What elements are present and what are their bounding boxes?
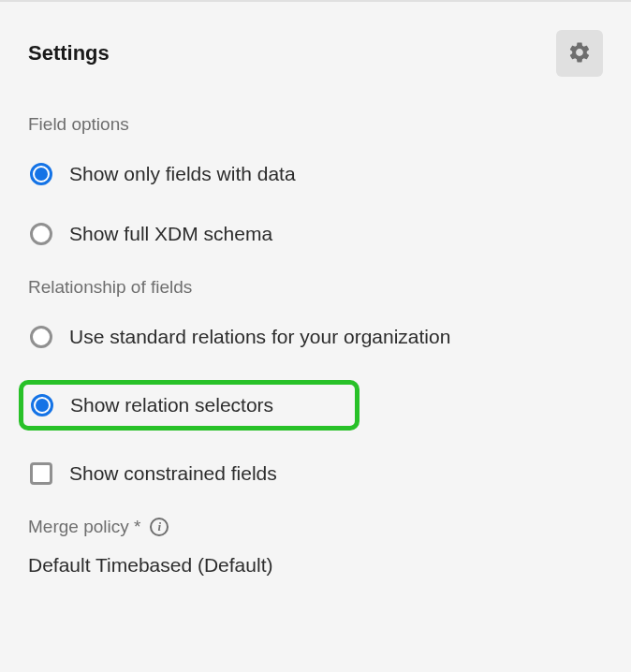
radio-show-full-xdm-schema[interactable]: Show full XDM schema (28, 217, 603, 251)
radio-label: Show only fields with data (69, 163, 296, 185)
merge-policy-value[interactable]: Default Timebased (Default) (28, 554, 603, 577)
settings-panel: Settings Field options Show only fields … (0, 0, 631, 620)
radio-label: Show relation selectors (70, 394, 273, 416)
field-options-section: Field options Show only fields with data… (28, 114, 603, 251)
radio-icon (31, 394, 53, 416)
constrained-section: Show constrained fields (28, 457, 603, 490)
merge-policy-section: Merge policy * i Default Timebased (Defa… (28, 517, 603, 577)
checkbox-show-constrained-fields[interactable]: Show constrained fields (28, 457, 603, 490)
merge-policy-label-row: Merge policy * i (28, 517, 603, 537)
field-options-label: Field options (28, 114, 603, 135)
settings-button[interactable] (556, 30, 603, 77)
radio-icon (30, 223, 52, 245)
radio-use-standard-relations[interactable]: Use standard relations for your organiza… (28, 320, 603, 354)
radio-icon (30, 163, 52, 185)
info-icon[interactable]: i (150, 518, 169, 536)
checkbox-icon (30, 462, 52, 485)
radio-label: Show full XDM schema (69, 223, 272, 245)
merge-policy-label: Merge policy * (28, 517, 140, 537)
radio-show-only-fields-with-data[interactable]: Show only fields with data (28, 157, 603, 191)
settings-header: Settings (28, 30, 603, 77)
radio-icon (30, 326, 52, 348)
relationship-label: Relationship of fields (28, 277, 603, 298)
checkbox-label: Show constrained fields (69, 462, 277, 485)
gear-icon (567, 40, 592, 67)
relationship-section: Relationship of fields Use standard rela… (28, 277, 603, 431)
radio-show-relation-selectors[interactable]: Show relation selectors (19, 380, 360, 431)
page-title: Settings (28, 41, 110, 66)
radio-label: Use standard relations for your organiza… (69, 326, 450, 348)
